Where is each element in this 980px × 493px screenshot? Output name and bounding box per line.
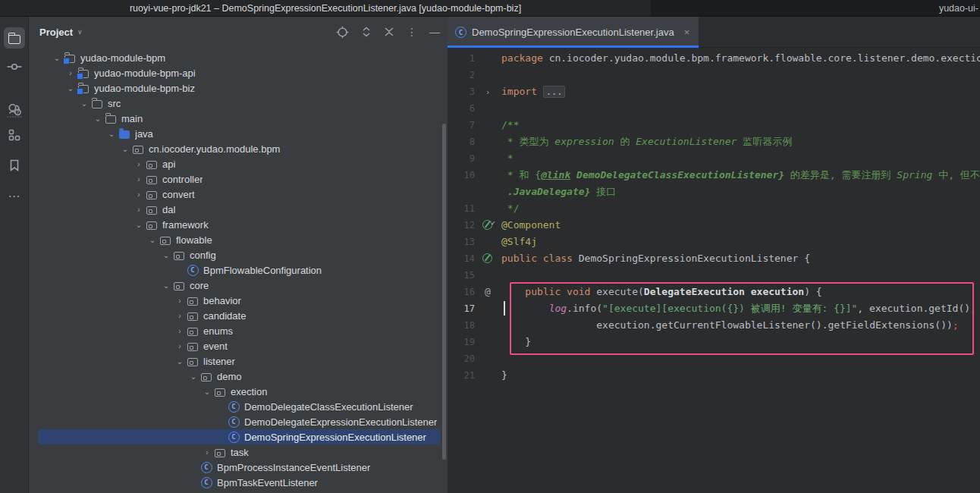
line-number[interactable]: 19 (448, 334, 479, 350)
tree-item[interactable]: ⌄yudao-module-bpm-biz (29, 80, 448, 96)
chevron-down-icon[interactable]: ⌄ (105, 130, 118, 138)
tree-item-class[interactable]: CBpmFlowableConfiguration (29, 262, 448, 278)
tree-item[interactable]: ›yudao-module-bpm-api (29, 65, 448, 80)
tree-item[interactable]: ⌄main (29, 111, 448, 126)
line-number[interactable]: 17 (448, 300, 479, 317)
chevron-right-icon[interactable]: › (132, 175, 146, 184)
tree-item[interactable]: ›event (29, 338, 448, 353)
line-number[interactable]: 20 (448, 350, 479, 367)
chevron-down-icon[interactable]: ⌄ (118, 145, 132, 153)
tree-scrollbar[interactable] (442, 124, 446, 460)
code-line[interactable]: 13@Slf4j (448, 234, 980, 250)
code-line[interactable]: 21} (448, 367, 980, 384)
code-line[interactable]: 1package cn.iocoder.yudao.module.bpm.fra… (448, 50, 980, 67)
chevron-right-icon[interactable]: › (173, 327, 187, 335)
tree-item[interactable]: ⌄demo (29, 369, 448, 384)
code-line[interactable]: 16@ public void execute(DelegateExecutio… (448, 284, 980, 300)
tree-item[interactable]: ⌄framework (29, 217, 448, 232)
chevron-right-icon[interactable]: › (64, 69, 77, 77)
code-line[interactable]: 12@Component (448, 217, 980, 234)
spring-icon[interactable] (479, 250, 496, 267)
code-line[interactable]: 18 execution.getCurrentFlowableListener(… (448, 317, 980, 334)
code-line[interactable]: 9 * (448, 150, 980, 167)
expand-icon[interactable] (361, 26, 372, 38)
locate-file-icon[interactable] (336, 26, 349, 39)
line-number[interactable]: 6 (448, 100, 479, 117)
chevron-down-icon[interactable]: ⌄ (146, 236, 159, 244)
code-line[interactable]: 11 */ (448, 200, 980, 217)
tree-item-class[interactable]: CDemoDelegateExpressionExecutionListener (29, 414, 448, 429)
tree-item[interactable]: ⌄flowable (29, 232, 448, 247)
code-editor[interactable]: 1package cn.iocoder.yudao.module.bpm.fra… (448, 49, 980, 493)
bookmarks-icon[interactable] (4, 155, 25, 176)
line-number[interactable]: 1 (448, 50, 479, 67)
chevron-right-icon[interactable]: › (173, 342, 187, 350)
tree-item[interactable]: ›api (29, 156, 448, 171)
line-number[interactable]: 2 (448, 67, 479, 83)
chevron-down-icon[interactable]: ⌄ (173, 357, 187, 366)
code-line[interactable]: 8 * 类型为 expression 的 ExecutionListener 监… (448, 133, 980, 150)
chevron-down-icon[interactable]: ⌄ (159, 251, 173, 259)
code-line[interactable]: 20 (448, 350, 980, 367)
line-number[interactable]: 7 (448, 117, 479, 133)
line-number[interactable]: 8 (448, 133, 479, 150)
project-folder-icon[interactable] (4, 27, 25, 49)
code-line[interactable]: 17 log.info("[execute][execution({}) 被调用… (448, 300, 980, 317)
code-line[interactable]: 14public class DemoSpringExpressionExecu… (448, 250, 980, 267)
project-panel-title[interactable]: Project (39, 27, 73, 38)
tree-item[interactable]: ⌄yudao-module-bpm (29, 50, 448, 65)
chevron-down-icon[interactable]: ⌄ (132, 221, 146, 229)
tree-item[interactable]: ›convert (29, 187, 448, 202)
tree-item-class[interactable]: CDemoDelegateClassExecutionListener (29, 399, 448, 414)
chevron-right-icon[interactable]: › (132, 190, 146, 199)
code-line[interactable]: 10 * 和 {@link DemoDelegateClassExecution… (448, 167, 980, 184)
chevron-right-icon[interactable]: › (132, 160, 146, 168)
tree-item[interactable]: ⌄config (29, 247, 448, 262)
tree-item[interactable]: ⌄listener (29, 353, 448, 369)
tree-item[interactable]: ⌄java (29, 126, 448, 141)
structure-icon[interactable] (4, 124, 25, 146)
line-number[interactable]: 13 (448, 234, 479, 250)
line-number[interactable]: 12 (448, 217, 479, 234)
code-line[interactable]: 6 (448, 100, 980, 117)
line-number[interactable]: 10 (448, 167, 479, 184)
code-line[interactable]: 19 } (448, 334, 980, 350)
line-number[interactable] (448, 184, 479, 200)
tree-item[interactable]: ›behavior (29, 293, 448, 308)
tree-item[interactable]: ⌄exection (29, 384, 448, 399)
hide-icon[interactable]: — (429, 26, 440, 38)
line-number[interactable]: 15 (448, 267, 479, 284)
chevron-down-icon[interactable]: ∨ (77, 28, 83, 36)
code-line[interactable]: .JavaDelegate} 接口 (448, 184, 980, 200)
chevron-right-icon[interactable]: › (132, 206, 146, 214)
tree-item[interactable]: ⌄cn.iocoder.yudao.module.bpm (29, 141, 448, 156)
tree-item[interactable]: ⌄core (29, 278, 448, 293)
spring-bean-icon[interactable] (479, 217, 496, 234)
chevron-down-icon[interactable]: ⌄ (200, 388, 214, 396)
tree-item[interactable]: ›task (29, 444, 448, 460)
close-icon[interactable]: × (684, 27, 690, 38)
tree-item[interactable]: ⌄src (29, 96, 448, 111)
tree-item-class[interactable]: CBpmTaskEventListener (29, 475, 448, 490)
chevron-down-icon[interactable]: ⌄ (159, 281, 173, 290)
tree-item[interactable]: ›dal (29, 202, 448, 217)
tree-item[interactable]: ›candidate (29, 308, 448, 323)
chevron-right-icon[interactable]: › (200, 448, 214, 457)
chevron-down-icon[interactable]: ⌄ (77, 99, 91, 108)
line-number[interactable]: 3 (448, 83, 479, 100)
code-line[interactable]: 7/** (448, 117, 980, 133)
line-number[interactable]: 16 (448, 284, 479, 300)
line-number[interactable]: 11 (448, 200, 479, 217)
commit-icon[interactable] (4, 56, 25, 77)
chevron-down-icon[interactable]: ⌄ (91, 115, 105, 123)
chevron-right-icon[interactable]: › (173, 312, 187, 320)
code-line[interactable]: 2 (448, 67, 980, 83)
chevron-down-icon[interactable]: ⌄ (187, 372, 200, 381)
tree-item[interactable]: ›enums (29, 323, 448, 338)
options-kebab-icon[interactable]: ⋮ (407, 26, 417, 38)
line-number[interactable]: 14 (448, 250, 479, 267)
code-line[interactable]: 15 (448, 267, 980, 284)
line-number[interactable]: 9 (448, 150, 479, 167)
line-number[interactable]: 21 (448, 367, 479, 384)
code-line[interactable]: 3›import ... (448, 83, 980, 100)
